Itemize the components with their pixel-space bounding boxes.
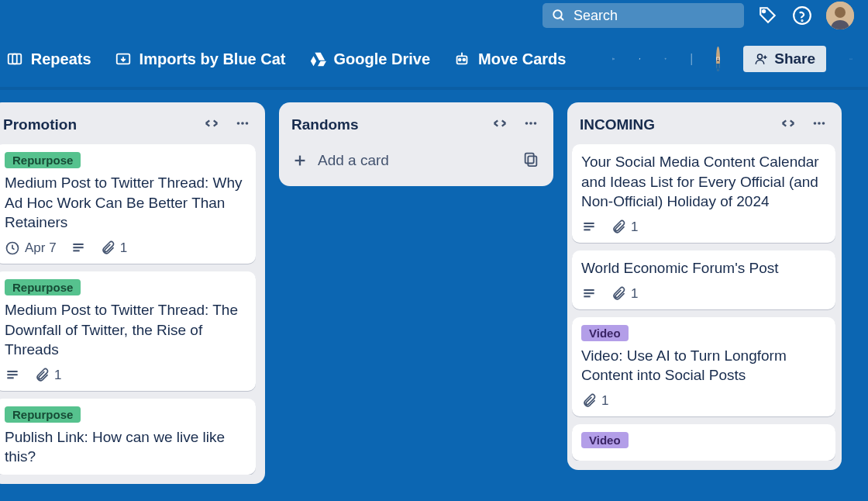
card-title: Your Social Media Content Calendar and I… bbox=[581, 152, 826, 212]
svg-rect-41 bbox=[528, 156, 536, 166]
card-badges: 1 bbox=[581, 286, 826, 302]
svg-point-37 bbox=[534, 122, 537, 125]
collapse-icon[interactable] bbox=[780, 115, 797, 135]
svg-line-1 bbox=[560, 17, 563, 20]
import-icon bbox=[115, 50, 132, 67]
board: Promotion RepurposeMedium Post to Twitte… bbox=[0, 90, 868, 501]
attachment-badge: 1 bbox=[611, 219, 638, 235]
list-title[interactable]: Randoms bbox=[291, 116, 359, 133]
card[interactable]: Video bbox=[572, 424, 835, 461]
svg-point-25 bbox=[237, 122, 240, 125]
template-icon[interactable] bbox=[522, 150, 539, 171]
member-avatar[interactable] bbox=[716, 47, 720, 71]
list-menu-icon[interactable] bbox=[811, 115, 828, 135]
svg-point-36 bbox=[529, 122, 532, 125]
bolt-icon[interactable] bbox=[639, 51, 641, 67]
attachment-badge: 1 bbox=[611, 286, 638, 302]
description-icon bbox=[581, 286, 597, 302]
avatar[interactable] bbox=[826, 2, 854, 29]
board-bar: fy Repeats Imports by Blue Cat Google Dr… bbox=[0, 31, 868, 90]
card-badges: 1 bbox=[581, 219, 826, 235]
svg-point-6 bbox=[835, 7, 846, 18]
search-icon bbox=[552, 9, 566, 22]
powerup-move-cards[interactable]: Move Cards bbox=[453, 50, 566, 68]
svg-point-19 bbox=[758, 54, 763, 59]
powerup-repeats[interactable]: Repeats bbox=[6, 50, 91, 68]
share-button[interactable]: Share bbox=[743, 46, 826, 72]
svg-point-0 bbox=[553, 10, 562, 19]
card-badges: Apr 71 bbox=[5, 240, 246, 256]
more-icon[interactable] bbox=[849, 49, 852, 69]
due-badge: Apr 7 bbox=[5, 240, 57, 256]
card[interactable]: RepurposeMedium Post to Twitter Thread: … bbox=[0, 271, 256, 391]
attachment-badge: 1 bbox=[34, 368, 61, 383]
svg-point-44 bbox=[822, 122, 825, 125]
list-menu-icon[interactable] bbox=[234, 115, 251, 135]
search-placeholder: Search bbox=[574, 8, 618, 24]
collapse-icon[interactable] bbox=[203, 115, 220, 135]
powerup-google-drive[interactable]: Google Drive bbox=[309, 50, 430, 68]
svg-point-2 bbox=[763, 10, 765, 12]
card[interactable]: RepurposePublish Link: How can we live l… bbox=[0, 399, 256, 475]
tag-icon[interactable] bbox=[758, 5, 778, 26]
robot-icon bbox=[453, 50, 470, 67]
card-badges: 1 bbox=[5, 368, 246, 383]
svg-point-18 bbox=[718, 57, 719, 59]
svg-rect-40 bbox=[525, 154, 534, 164]
svg-point-43 bbox=[818, 122, 821, 125]
card-label[interactable]: Repurpose bbox=[5, 152, 81, 168]
svg-point-12 bbox=[463, 59, 465, 61]
card[interactable]: VideoVideo: Use AI to Turn Longform Cont… bbox=[572, 317, 835, 416]
card[interactable]: Your Social Media Content Calendar and I… bbox=[572, 144, 835, 243]
attachment-badge: 1 bbox=[100, 240, 127, 256]
card-badges: 1 bbox=[581, 393, 826, 409]
card-title: Video: Use AI to Turn Longform Content i… bbox=[581, 346, 826, 385]
filter-icon[interactable] bbox=[664, 50, 666, 67]
svg-point-22 bbox=[850, 59, 851, 60]
card-label[interactable]: Video bbox=[581, 432, 629, 448]
card-title: World Economic Forum's Post bbox=[581, 258, 826, 278]
gdrive-icon bbox=[309, 50, 326, 67]
svg-point-24 bbox=[852, 59, 852, 60]
add-card-button[interactable]: Add a card bbox=[291, 152, 389, 169]
powerup-imports[interactable]: Imports by Blue Cat bbox=[115, 50, 286, 68]
repeat-icon bbox=[6, 50, 23, 67]
collapse-icon[interactable] bbox=[491, 115, 508, 135]
card-title: Publish Link: How can we live like this? bbox=[5, 427, 246, 467]
svg-point-23 bbox=[851, 59, 852, 60]
top-bar: Search bbox=[0, 0, 868, 31]
svg-point-11 bbox=[459, 59, 461, 61]
svg-point-42 bbox=[814, 122, 817, 125]
svg-point-26 bbox=[241, 122, 244, 125]
send-icon[interactable] bbox=[612, 50, 615, 67]
card-label[interactable]: Repurpose bbox=[5, 406, 81, 423]
description-icon bbox=[71, 240, 86, 256]
card-title: Medium Post to Twitter Thread: Why Ad Ho… bbox=[5, 173, 246, 233]
list-title[interactable]: Promotion bbox=[3, 116, 77, 133]
list: INCOMING Your Social Media Content Calen… bbox=[567, 102, 842, 470]
card[interactable]: RepurposeMedium Post to Twitter Thread: … bbox=[0, 144, 256, 264]
help-icon[interactable] bbox=[792, 5, 812, 26]
description-icon bbox=[5, 368, 20, 383]
svg-point-27 bbox=[246, 122, 249, 125]
list: Randoms Add a card bbox=[279, 102, 553, 186]
card-title: Medium Post to Twitter Thread: The Downf… bbox=[5, 300, 246, 360]
list-menu-icon[interactable] bbox=[522, 115, 539, 135]
search-input[interactable]: Search bbox=[542, 3, 744, 28]
list: Promotion RepurposeMedium Post to Twitte… bbox=[0, 102, 265, 484]
attachment-badge: 1 bbox=[581, 393, 608, 409]
card-label[interactable]: Repurpose bbox=[5, 279, 81, 295]
card[interactable]: World Economic Forum's Post1 bbox=[572, 250, 835, 309]
list-title[interactable]: INCOMING bbox=[580, 116, 655, 133]
svg-point-35 bbox=[525, 122, 529, 125]
svg-point-4 bbox=[801, 20, 802, 21]
description-icon bbox=[581, 219, 597, 235]
user-plus-icon bbox=[754, 52, 768, 66]
card-label[interactable]: Video bbox=[581, 325, 629, 341]
